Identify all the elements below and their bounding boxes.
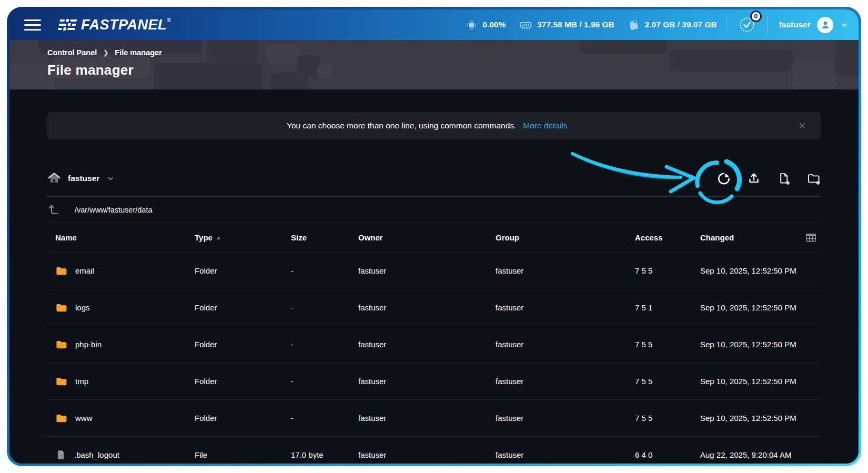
path-bar: /var/www/fastuser/data [47, 196, 821, 223]
table-row[interactable]: tmp Folder - fastuser fastuser 7 5 5 Sep… [47, 363, 821, 399]
ram-value: 377.58 MB / 1.96 GB [537, 20, 614, 29]
toolbar-actions [717, 172, 821, 185]
column-header-type[interactable]: Type▲ [195, 233, 291, 242]
notifications-button[interactable]: 0 [736, 14, 758, 35]
table-row[interactable]: email Folder - fastuser fastuser 7 5 5 S… [47, 252, 821, 289]
file-name: www [75, 414, 93, 422]
column-header-name[interactable]: Name [55, 233, 195, 242]
folder-icon [55, 338, 67, 350]
hamburger-menu-icon[interactable] [24, 16, 41, 34]
banner-text: You can choose more than one line, using… [287, 121, 516, 130]
info-banner: You can choose more than one line, using… [47, 112, 821, 139]
disk-value: 2.07 GB / 39.07 GB [645, 20, 717, 29]
file-size: 17.0 byte [291, 450, 358, 459]
file-group: fastuser [496, 303, 635, 312]
table-row[interactable]: logs Folder - fastuser fastuser 7 5 1 Se… [47, 289, 821, 326]
column-header-size[interactable]: Size [291, 233, 358, 242]
registered-mark: ® [167, 17, 171, 23]
location-user-label: fastuser [68, 174, 99, 183]
folder-icon [55, 301, 67, 314]
table-header: Name Type▲ Size Owner Group Access Chang… [47, 223, 821, 252]
divider [726, 16, 727, 34]
table-grid-icon [805, 232, 817, 244]
file-name: tmp [75, 377, 88, 386]
column-header-changed[interactable]: Changed [700, 233, 800, 242]
notification-count-badge: 0 [750, 11, 762, 22]
topbar: FASTPANEL® 0.00% [9, 9, 859, 40]
file-group: fastuser [496, 340, 635, 349]
table-row[interactable]: php-bin Folder - fastuser fastuser 7 5 5… [47, 326, 821, 363]
new-file-button[interactable] [777, 172, 791, 185]
file-changed: Sep 10, 2025, 12:52:50 PM [700, 340, 800, 349]
table-row[interactable]: .bash_logout File 17.0 byte fastuser fas… [47, 436, 821, 464]
breadcrumb-separator-icon: ❯ [103, 49, 108, 56]
file-name: php-bin [75, 340, 102, 349]
person-icon [820, 19, 831, 30]
disk-stat: 2.07 GB / 39.07 GB [628, 19, 717, 31]
file-toolbar: fastuser [47, 160, 821, 196]
chevron-down-icon [106, 174, 115, 183]
file-type: Folder [195, 340, 291, 349]
file-group: fastuser [496, 266, 635, 275]
resource-stats: 0.00% 377.58 MB / 1.96 GB [466, 18, 716, 32]
file-type: Folder [195, 377, 291, 386]
current-path: /var/www/fastuser/data [75, 206, 152, 214]
new-folder-button[interactable] [807, 172, 821, 185]
folder-icon [55, 265, 67, 277]
more-details-link[interactable]: More details [523, 121, 567, 130]
disk-usage-button[interactable] [717, 172, 731, 185]
main-content: You can choose more than one line, using… [9, 89, 859, 464]
folder-plus-icon [807, 171, 821, 186]
column-header-group[interactable]: Group [496, 233, 635, 242]
column-settings-button[interactable] [804, 231, 817, 245]
file-access: 6 4 0 [635, 450, 700, 459]
file-plus-icon [777, 172, 791, 186]
file-name: email [75, 266, 94, 275]
file-size: - [291, 414, 358, 422]
ram-stat: 377.58 MB / 1.96 GB [519, 18, 614, 32]
fastpanel-logo[interactable]: FASTPANEL® [59, 17, 171, 33]
file-type: Folder [195, 303, 291, 312]
topbar-username: fastuser [779, 20, 811, 29]
upload-icon [747, 172, 761, 185]
file-owner: fastuser [358, 303, 496, 312]
page-header: Control Panel ❯ File manager File manage… [9, 40, 859, 89]
folder-icon [55, 375, 67, 387]
file-group: fastuser [496, 450, 635, 459]
brand-name: FASTPANEL® [81, 17, 171, 33]
file-changed: Sep 10, 2025, 12:52:50 PM [700, 266, 800, 275]
pie-chart-icon [717, 172, 731, 186]
upload-button[interactable] [747, 172, 761, 185]
file-type: Folder [195, 414, 291, 422]
file-owner: fastuser [358, 450, 496, 459]
folder-icon [55, 412, 67, 424]
file-owner: fastuser [358, 340, 496, 349]
home-user-selector[interactable]: fastuser [47, 172, 115, 185]
avatar [817, 17, 833, 33]
level-up-button[interactable] [47, 203, 61, 217]
breadcrumb-control-panel[interactable]: Control Panel [47, 48, 97, 57]
file-type: File [195, 450, 291, 459]
table-row[interactable]: www Folder - fastuser fastuser 7 5 5 Sep… [47, 399, 821, 436]
column-header-owner[interactable]: Owner [358, 233, 496, 242]
column-header-access[interactable]: Access [635, 233, 700, 242]
disk-icon [628, 19, 640, 31]
file-size: - [291, 377, 358, 386]
home-icon [47, 172, 61, 185]
file-access: 7 5 5 [635, 377, 700, 386]
user-menu[interactable]: fastuser [779, 17, 849, 33]
chevron-down-icon [840, 20, 849, 29]
ram-icon [519, 18, 532, 32]
cpu-value: 0.00% [482, 20, 506, 29]
file-changed: Sep 10, 2025, 12:52:50 PM [700, 303, 800, 312]
file-name: .bash_logout [74, 450, 119, 459]
close-icon[interactable]: ✕ [795, 118, 809, 134]
file-size: - [291, 340, 358, 349]
page-title: File manager [47, 62, 859, 78]
file-changed: Sep 10, 2025, 12:52:50 PM [700, 377, 800, 386]
cpu-icon [466, 19, 478, 31]
file-icon [55, 449, 66, 460]
file-changed: Aug 22, 2025, 9:20:04 AM [700, 450, 800, 459]
file-access: 7 5 5 [635, 340, 700, 349]
file-access: 7 5 5 [635, 266, 700, 275]
